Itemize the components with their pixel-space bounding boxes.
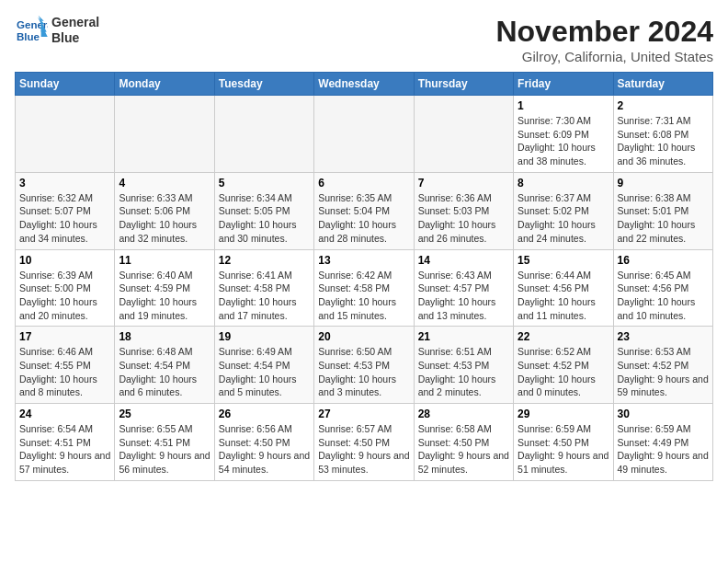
day-cell-5-3: 26Sunrise: 6:56 AM Sunset: 4:50 PM Dayli… <box>214 404 313 481</box>
day-cell-2-7: 9Sunrise: 6:38 AM Sunset: 5:01 PM Daylig… <box>613 172 712 249</box>
day-number: 2 <box>618 99 709 112</box>
day-number: 17 <box>19 330 110 343</box>
calendar-table: SundayMondayTuesdayWednesdayThursdayFrid… <box>15 72 713 481</box>
day-cell-4-5: 21Sunrise: 6:51 AM Sunset: 4:53 PM Dayli… <box>414 327 513 404</box>
day-cell-3-2: 11Sunrise: 6:40 AM Sunset: 4:59 PM Dayli… <box>115 249 214 327</box>
day-number: 4 <box>119 177 210 190</box>
day-info: Sunrise: 6:48 AM Sunset: 4:54 PM Dayligh… <box>119 345 210 399</box>
day-info: Sunrise: 6:59 AM Sunset: 4:49 PM Dayligh… <box>618 422 709 477</box>
day-cell-1-7: 2Sunrise: 7:31 AM Sunset: 6:08 PM Daylig… <box>613 96 712 173</box>
day-info: Sunrise: 6:51 AM Sunset: 4:53 PM Dayligh… <box>418 345 509 399</box>
day-info: Sunrise: 6:52 AM Sunset: 4:52 PM Dayligh… <box>518 345 609 399</box>
day-info: Sunrise: 6:59 AM Sunset: 4:50 PM Dayligh… <box>518 422 609 477</box>
location-title: Gilroy, California, United States <box>495 49 713 64</box>
day-cell-5-5: 28Sunrise: 6:58 AM Sunset: 4:50 PM Dayli… <box>414 404 513 481</box>
day-number: 1 <box>518 99 609 112</box>
day-cell-1-6: 1Sunrise: 7:30 AM Sunset: 6:09 PM Daylig… <box>514 96 613 173</box>
day-cell-2-4: 6Sunrise: 6:35 AM Sunset: 5:04 PM Daylig… <box>314 172 414 249</box>
day-cell-5-1: 24Sunrise: 6:54 AM Sunset: 4:51 PM Dayli… <box>16 404 115 481</box>
day-cell-3-7: 16Sunrise: 6:45 AM Sunset: 4:56 PM Dayli… <box>613 249 712 327</box>
day-cell-3-3: 12Sunrise: 6:41 AM Sunset: 4:58 PM Dayli… <box>214 249 313 327</box>
day-cell-1-5 <box>414 96 513 173</box>
day-info: Sunrise: 6:57 AM Sunset: 4:50 PM Dayligh… <box>318 422 409 477</box>
weekday-header-sunday: Sunday <box>16 73 115 96</box>
day-number: 24 <box>19 408 110 420</box>
day-number: 5 <box>219 177 310 190</box>
header: General Blue General Blue November 2024 … <box>15 15 713 64</box>
day-number: 29 <box>518 408 609 420</box>
day-info: Sunrise: 6:32 AM Sunset: 5:07 PM Dayligh… <box>19 191 110 246</box>
day-number: 12 <box>219 254 310 267</box>
day-cell-4-4: 20Sunrise: 6:50 AM Sunset: 4:53 PM Dayli… <box>314 327 414 404</box>
day-number: 30 <box>618 408 709 420</box>
day-number: 13 <box>318 254 409 267</box>
week-row-5: 24Sunrise: 6:54 AM Sunset: 4:51 PM Dayli… <box>16 404 713 481</box>
day-number: 7 <box>418 177 509 190</box>
weekday-header-tuesday: Tuesday <box>214 73 313 96</box>
day-cell-5-2: 25Sunrise: 6:55 AM Sunset: 4:51 PM Dayli… <box>115 404 214 481</box>
day-info: Sunrise: 6:53 AM Sunset: 4:52 PM Dayligh… <box>618 345 709 399</box>
day-info: Sunrise: 7:30 AM Sunset: 6:09 PM Dayligh… <box>518 114 609 168</box>
day-cell-1-1 <box>16 96 115 173</box>
day-cell-4-3: 19Sunrise: 6:49 AM Sunset: 4:54 PM Dayli… <box>214 327 313 404</box>
day-cell-2-1: 3Sunrise: 6:32 AM Sunset: 5:07 PM Daylig… <box>16 172 115 249</box>
day-number: 14 <box>418 254 509 267</box>
day-cell-3-6: 15Sunrise: 6:44 AM Sunset: 4:56 PM Dayli… <box>514 249 613 327</box>
weekday-header-monday: Monday <box>115 73 214 96</box>
weekday-header-friday: Friday <box>514 73 613 96</box>
day-number: 6 <box>318 177 409 190</box>
month-title: November 2024 <box>495 15 713 49</box>
day-info: Sunrise: 6:41 AM Sunset: 4:58 PM Dayligh… <box>219 269 310 323</box>
svg-text:Blue: Blue <box>17 30 40 41</box>
day-info: Sunrise: 6:56 AM Sunset: 4:50 PM Dayligh… <box>219 422 310 477</box>
day-info: Sunrise: 6:38 AM Sunset: 5:01 PM Dayligh… <box>618 191 709 246</box>
day-cell-4-6: 22Sunrise: 6:52 AM Sunset: 4:52 PM Dayli… <box>514 327 613 404</box>
day-cell-3-5: 14Sunrise: 6:43 AM Sunset: 4:57 PM Dayli… <box>414 249 513 327</box>
day-info: Sunrise: 6:50 AM Sunset: 4:53 PM Dayligh… <box>318 345 409 399</box>
weekday-header-saturday: Saturday <box>613 73 712 96</box>
day-number: 19 <box>219 330 310 343</box>
day-info: Sunrise: 6:39 AM Sunset: 5:00 PM Dayligh… <box>19 269 110 323</box>
day-info: Sunrise: 6:58 AM Sunset: 4:50 PM Dayligh… <box>418 422 509 477</box>
day-cell-2-5: 7Sunrise: 6:36 AM Sunset: 5:03 PM Daylig… <box>414 172 513 249</box>
day-number: 16 <box>618 254 709 267</box>
day-cell-4-1: 17Sunrise: 6:46 AM Sunset: 4:55 PM Dayli… <box>16 327 115 404</box>
day-cell-4-7: 23Sunrise: 6:53 AM Sunset: 4:52 PM Dayli… <box>613 327 712 404</box>
day-number: 10 <box>19 254 110 267</box>
day-cell-1-3 <box>214 96 313 173</box>
day-cell-4-2: 18Sunrise: 6:48 AM Sunset: 4:54 PM Dayli… <box>115 327 214 404</box>
day-number: 21 <box>418 330 509 343</box>
day-info: Sunrise: 6:44 AM Sunset: 4:56 PM Dayligh… <box>518 269 609 323</box>
day-info: Sunrise: 7:31 AM Sunset: 6:08 PM Dayligh… <box>618 114 709 168</box>
day-cell-2-2: 4Sunrise: 6:33 AM Sunset: 5:06 PM Daylig… <box>115 172 214 249</box>
day-number: 9 <box>618 177 709 190</box>
week-row-3: 10Sunrise: 6:39 AM Sunset: 5:00 PM Dayli… <box>16 249 713 327</box>
day-info: Sunrise: 6:36 AM Sunset: 5:03 PM Dayligh… <box>418 191 509 246</box>
logo: General Blue General Blue <box>15 15 99 46</box>
day-info: Sunrise: 6:43 AM Sunset: 4:57 PM Dayligh… <box>418 269 509 323</box>
weekday-header-wednesday: Wednesday <box>314 73 414 96</box>
day-info: Sunrise: 6:54 AM Sunset: 4:51 PM Dayligh… <box>19 422 110 477</box>
day-info: Sunrise: 6:45 AM Sunset: 4:56 PM Dayligh… <box>618 269 709 323</box>
logo-text-blue: Blue <box>51 30 99 46</box>
day-number: 3 <box>19 177 110 190</box>
day-number: 18 <box>119 330 210 343</box>
day-number: 25 <box>119 408 210 420</box>
day-cell-2-3: 5Sunrise: 6:34 AM Sunset: 5:05 PM Daylig… <box>214 172 313 249</box>
day-info: Sunrise: 6:42 AM Sunset: 4:58 PM Dayligh… <box>318 269 409 323</box>
day-info: Sunrise: 6:46 AM Sunset: 4:55 PM Dayligh… <box>19 345 110 399</box>
day-cell-5-6: 29Sunrise: 6:59 AM Sunset: 4:50 PM Dayli… <box>514 404 613 481</box>
week-row-4: 17Sunrise: 6:46 AM Sunset: 4:55 PM Dayli… <box>16 327 713 404</box>
day-cell-5-7: 30Sunrise: 6:59 AM Sunset: 4:49 PM Dayli… <box>613 404 712 481</box>
day-info: Sunrise: 6:55 AM Sunset: 4:51 PM Dayligh… <box>119 422 210 477</box>
day-cell-3-4: 13Sunrise: 6:42 AM Sunset: 4:58 PM Dayli… <box>314 249 414 327</box>
day-cell-2-6: 8Sunrise: 6:37 AM Sunset: 5:02 PM Daylig… <box>514 172 613 249</box>
week-row-1: 1Sunrise: 7:30 AM Sunset: 6:09 PM Daylig… <box>16 96 713 173</box>
day-number: 28 <box>418 408 509 420</box>
day-number: 22 <box>518 330 609 343</box>
day-cell-1-2 <box>115 96 214 173</box>
logo-text-general: General <box>51 15 99 30</box>
logo-icon: General Blue <box>15 16 48 45</box>
weekday-header-thursday: Thursday <box>414 73 513 96</box>
weekday-header-row: SundayMondayTuesdayWednesdayThursdayFrid… <box>16 73 713 96</box>
